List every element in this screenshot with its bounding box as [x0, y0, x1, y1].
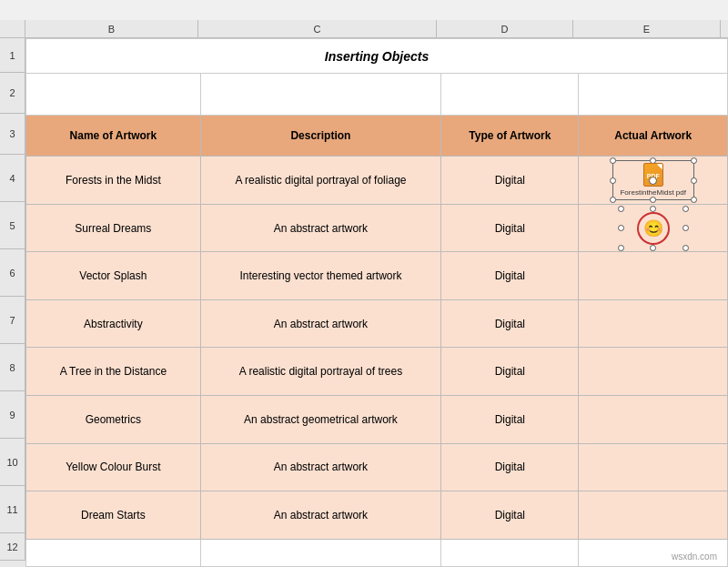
emoji-handle-bm: [650, 245, 656, 251]
artwork-actual-3: [579, 252, 728, 300]
row-num-12: 12: [0, 533, 25, 561]
table-row: Abstractivity An abstract artwork Digita…: [26, 299, 728, 348]
artwork-actual-6: [579, 395, 728, 443]
row-num-1: 1: [0, 38, 25, 73]
row-numbers: 1 2 3 4 5 6 7 8 9 10 11 12: [0, 38, 25, 567]
emoji-object-container: 😊: [579, 205, 727, 252]
col-header-c: C: [198, 20, 437, 37]
emoji-display: 😊: [637, 212, 670, 245]
artwork-name-8: Dream Starts: [26, 491, 201, 540]
artwork-type-5: Digital: [441, 348, 579, 396]
handle-bm: [650, 197, 656, 203]
pdf-icon-label: PDF: [647, 173, 660, 179]
handle-tr: [691, 157, 697, 164]
emoji-handle-tr: [682, 206, 689, 212]
row-num-8: 8: [0, 344, 25, 391]
handle-ml: [610, 177, 616, 184]
col-header-d: D: [437, 20, 573, 37]
artwork-type-8: Digital: [441, 491, 579, 540]
row-num-3: 3: [0, 114, 25, 155]
grid-area: 1 2 3 4 5 6 7 8 9 10 11 12 Inserting Obj…: [0, 38, 728, 567]
watermark: wsxdn.com: [672, 552, 717, 562]
row-num-9: 9: [0, 391, 25, 439]
row-num-10: 10: [0, 439, 25, 486]
title-row: Inserting Objects: [26, 39, 728, 74]
table-row: Vector Splash Interesting vector themed …: [26, 252, 728, 300]
artwork-name-1: Forests in the Midst: [26, 157, 201, 205]
artwork-desc-7: An abstract artwork: [200, 443, 440, 491]
header-row: Name of Artwork Description Type of Artw…: [26, 115, 728, 156]
artwork-actual-5: [579, 348, 728, 396]
spreadsheet-wrapper: B C D E 1 2 3 4 5 6 7 8 9 10 11 12: [0, 0, 728, 567]
handle-bl: [610, 197, 616, 203]
artwork-type-2: Digital: [441, 204, 579, 252]
row-num-7: 7: [0, 297, 25, 344]
emoji-handle-tl: [618, 206, 624, 212]
empty-row: [26, 539, 728, 566]
col-header-e: E: [573, 20, 721, 37]
emoji-handle-mr: [682, 225, 689, 231]
table-row: Yellow Colour Burst An abstract artwork …: [26, 443, 728, 491]
table-row: Surreal Dreams An abstract artwork Digit…: [26, 204, 728, 252]
row-num-11: 11: [0, 486, 25, 533]
artwork-actual-7: [579, 443, 728, 491]
artwork-desc-4: An abstract artwork: [200, 299, 440, 348]
emoji-handle-br: [682, 245, 689, 251]
top-bar: [0, 0, 728, 20]
artwork-name-4: Abstractivity: [26, 299, 201, 348]
emoji-handle-tm: [650, 206, 656, 212]
emoji-selection-area[interactable]: 😊: [622, 209, 685, 248]
spacing-row: [26, 74, 728, 115]
artwork-desc-2: An abstract artwork: [200, 204, 440, 252]
handle-mr: [691, 177, 697, 184]
artwork-desc-5: A realistic digital portrayal of trees: [200, 348, 440, 396]
artwork-desc-1: A realistic digital portrayal of foliage: [200, 157, 440, 205]
pdf-object-container: PDF ForestintheMidst pdf: [579, 157, 727, 204]
artwork-actual-2: 😊: [579, 204, 728, 252]
artwork-name-5: A Tree in the Distance: [26, 348, 201, 396]
handle-tl: [610, 157, 616, 164]
table-row: Dream Starts An abstract artwork Digital: [26, 491, 728, 540]
artwork-type-1: Digital: [441, 157, 579, 205]
row-num-5: 5: [0, 202, 25, 249]
title-cell: Inserting Objects: [26, 39, 728, 74]
artwork-type-3: Digital: [441, 252, 579, 300]
artwork-desc-3: Interesting vector themed artwork: [200, 252, 440, 300]
header-artwork: Actual Artwork: [579, 115, 728, 156]
table-row: Forests in the Midst A realistic digital…: [26, 157, 728, 205]
artwork-desc-8: An abstract artwork: [200, 491, 440, 540]
pdf-selection-box[interactable]: PDF ForestintheMidst pdf: [612, 160, 694, 200]
header-desc: Description: [200, 115, 440, 156]
row-num-2: 2: [0, 73, 25, 114]
artwork-actual-4: [579, 299, 728, 348]
handle-br: [691, 197, 697, 203]
artwork-name-2: Surreal Dreams: [26, 204, 201, 252]
col-headers-row: B C D E: [0, 20, 728, 38]
emoji-handle-ml: [618, 225, 624, 231]
artwork-actual-1: PDF ForestintheMidst pdf: [579, 157, 728, 205]
table-row: Geometrics An abstract geometrical artwo…: [26, 395, 728, 443]
row-num-6: 6: [0, 249, 25, 297]
col-header-b: B: [25, 20, 198, 37]
row-num-4: 4: [0, 155, 25, 202]
artwork-type-4: Digital: [441, 299, 579, 348]
pdf-icon-image: PDF: [643, 163, 663, 187]
artwork-name-6: Geometrics: [26, 395, 201, 443]
emoji-handle-bl: [618, 245, 624, 251]
header-name: Name of Artwork: [26, 115, 201, 156]
artwork-type-7: Digital: [441, 443, 579, 491]
corner-cell: [0, 20, 25, 37]
header-type: Type of Artwork: [441, 115, 579, 156]
artwork-type-6: Digital: [441, 395, 579, 443]
sheet-table: Inserting Objects Name of Artwork Descri…: [25, 38, 728, 567]
artwork-name-7: Yellow Colour Burst: [26, 443, 201, 491]
artwork-name-3: Vector Splash: [26, 252, 201, 300]
artwork-desc-6: An abstract geometrical artwork: [200, 395, 440, 443]
pdf-icon: PDF ForestintheMidst pdf: [620, 163, 685, 197]
table-row: A Tree in the Distance A realistic digit…: [26, 348, 728, 396]
artwork-actual-8: [579, 491, 728, 540]
